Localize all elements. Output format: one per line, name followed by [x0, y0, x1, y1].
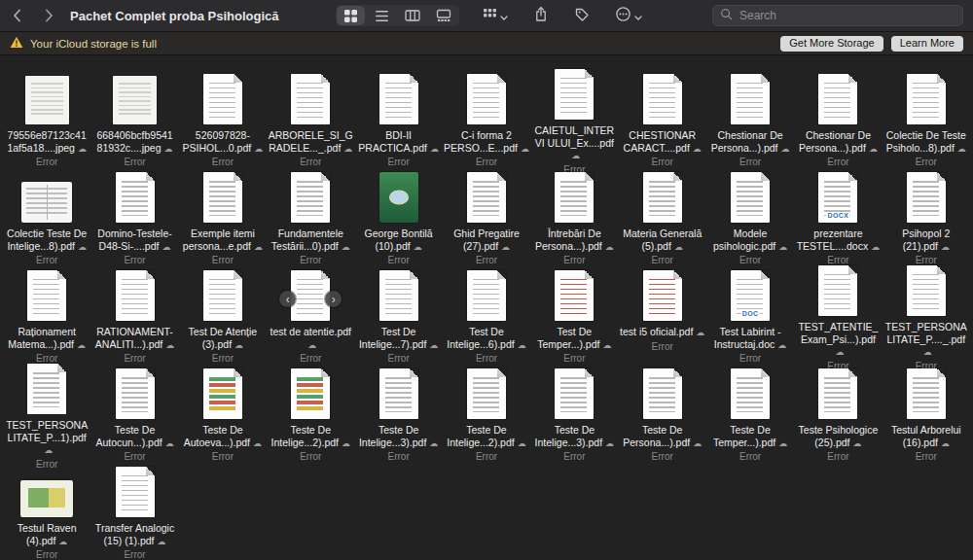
learn-more-button[interactable]: Learn More [891, 36, 963, 52]
document-icon [379, 270, 418, 321]
file-status: Error [476, 157, 497, 167]
file-item[interactable]: Colectie De Teste Psiholo...8).pdf☁Error [883, 69, 970, 167]
file-name: Domino-Testele-D48-Si-....pdf☁ [92, 228, 178, 253]
file-item[interactable]: Ghid Pregatire (27).pdf☁Error [443, 167, 530, 265]
file-thumbnail [203, 265, 242, 321]
file-name: TEST_PERSONALITATE_P...._.pdf☁ [883, 321, 969, 359]
gallery-view-button[interactable] [430, 6, 458, 25]
file-item[interactable]: Exemple itemi persona...e.pdf☁Error [179, 167, 267, 265]
file-item[interactable]: George Bontilă (10).pdf☁Error [354, 167, 442, 265]
share-button[interactable] [531, 5, 551, 26]
file-item[interactable]: Teste De Intelige...2).pdf☁Error [443, 364, 530, 462]
file-name: test de atentie.pdf☁ [268, 326, 353, 351]
file-item[interactable]: Teste Psihologice (25).pdf☁Error [794, 364, 882, 462]
file-item[interactable]: Fundamentele Testării...0).pdf☁Error [267, 167, 354, 265]
file-status: Error [36, 353, 57, 364]
more-actions-button[interactable] [613, 5, 644, 26]
file-status: Error [652, 341, 673, 352]
banner-actions: Get More Storage Learn More [780, 36, 963, 52]
icloud-icon: ☁ [158, 537, 166, 546]
list-view-button[interactable] [368, 6, 396, 25]
file-item[interactable]: BDI-II PRACTICA.pdf☁Error [354, 69, 442, 167]
file-item[interactable]: Chestionar De Persona...).pdf☁Error [794, 69, 882, 167]
file-item[interactable]: 526097828-PSIHOL...0.pdf☁Error [179, 69, 267, 167]
icloud-icon: ☁ [941, 242, 950, 252]
file-item[interactable]: Chestionar De Persona...).pdf☁Error [706, 69, 794, 167]
chevron-down-icon [634, 9, 642, 23]
file-item[interactable]: Teste De Persona...).pdf☁Error [619, 364, 706, 462]
file-name: C-i forma 2 PERSO...E...pdf☁ [444, 129, 529, 155]
file-item[interactable]: DOCTest Labirint - Instructaj.doc☁Error [706, 265, 794, 364]
file-thumbnail [379, 364, 418, 419]
file-item[interactable]: TEST_PERSONALITATE_P...._.pdf☁Error [883, 265, 970, 364]
icloud-icon: ☁ [693, 438, 702, 448]
file-item[interactable]: Modele psihologic.pdf☁Error [706, 167, 794, 265]
search-input[interactable] [738, 8, 955, 23]
group-button[interactable] [481, 5, 510, 26]
file-item[interactable]: Test De Intelige...7).pdf☁Error [354, 265, 442, 364]
file-thumbnail [555, 364, 594, 419]
file-item[interactable]: Teste De Intelige...3).pdf☁Error [354, 364, 442, 462]
file-item[interactable]: Teste De Autoeva...).pdf☁Error [179, 364, 267, 462]
file-item[interactable]: 79556e87123c41 1af5a18....jpeg☁Error [3, 69, 90, 167]
file-status: Error [388, 255, 410, 265]
tag-button[interactable] [572, 5, 592, 26]
file-name: Teste De Intelige...3).pdf☁ [356, 424, 442, 449]
file-status: Error [827, 157, 848, 167]
document-icon [291, 74, 330, 124]
icloud-icon: ☁ [162, 242, 170, 252]
file-name: Teste De Intelige...2).pdf☁ [444, 424, 529, 449]
file-item[interactable]: 668406bcfb9541 81932c....jpeg☁Error [90, 69, 178, 167]
file-item[interactable]: CAIETUL_INTERVI ULUI_Ex....pdf☁Error [530, 69, 618, 167]
file-item[interactable]: CHESTIONAR CARACT....pdf☁Error [619, 69, 706, 167]
column-view-button[interactable] [399, 6, 427, 25]
icloud-icon: ☁ [342, 438, 350, 448]
file-item[interactable]: DOCXprezentare TESTEL....docx☁Error [794, 167, 882, 265]
file-item[interactable]: Psihopol 2 (21).pdf☁Error [883, 167, 970, 265]
file-name: Ghid Pregatire (27).pdf☁ [444, 228, 529, 253]
file-thumbnail [379, 265, 418, 321]
file-item[interactable]: Colectie Teste De Intelige...8).pdf☁Erro… [3, 167, 90, 265]
file-item[interactable]: Materia Generală (5).pdf☁Error [619, 167, 706, 265]
file-item[interactable]: test i5 oficial.pdf☁Error [619, 265, 706, 364]
file-item[interactable]: RATIONAMENT-ANALITI...).pdf☁Error [90, 265, 178, 364]
file-item[interactable]: ‹›test de atentie.pdf☁Error [267, 265, 354, 364]
file-thumbnail [643, 167, 682, 223]
file-item[interactable]: Test De Temper...).pdf☁Error [530, 265, 618, 364]
file-item[interactable]: Teste De Intelige...3).pdf☁Error [530, 364, 618, 462]
file-item[interactable]: ARBORELE_SI_G RADELE..._.pdf☁Error [267, 69, 354, 167]
file-item[interactable]: C-i forma 2 PERSO...E...pdf☁Error [443, 69, 530, 167]
file-item[interactable]: Testul Arborelui (16).pdf☁Error [883, 364, 970, 462]
file-item[interactable]: Test De Intelige...6).pdf☁Error [443, 265, 530, 364]
finder-toolbar: Pachet Complet proba Psihologică [0, 0, 973, 32]
file-name: Teste De Temper...).pdf☁ [707, 424, 793, 449]
file-item[interactable]: Testul Raven (4).pdf☁Error [3, 462, 90, 560]
file-status: Error [124, 157, 145, 167]
file-status: Error [36, 255, 57, 265]
file-item[interactable]: TEST_ATENTIE_Exam_Psi...).pdf☁Error [794, 265, 882, 364]
file-name: Raționament Matema...).pdf☁ [4, 326, 90, 351]
file-item[interactable]: Domino-Testele-D48-Si-....pdf☁Error [90, 167, 178, 265]
get-more-storage-button[interactable]: Get More Storage [780, 36, 883, 52]
icon-view-button[interactable] [337, 6, 365, 25]
file-item[interactable]: TEST_PERSONALITATE_P...1).pdf☁Error [3, 364, 90, 462]
file-name: Fundamentele Testării...0).pdf☁ [268, 228, 353, 253]
file-item[interactable]: Test De Atenție (3).pdf☁Error [179, 265, 267, 364]
preview-next-button[interactable]: › [325, 291, 342, 307]
file-item[interactable]: Teste De Temper...).pdf☁Error [706, 364, 794, 462]
file-name: Test De Atenție (3).pdf☁ [180, 326, 266, 351]
file-item[interactable]: Raționament Matema...).pdf☁Error [3, 265, 90, 364]
icloud-icon: ☁ [518, 340, 526, 350]
file-item[interactable]: Transfer Analogic (15) (1).pdf☁Error [90, 462, 178, 560]
document-icon [116, 172, 155, 223]
document-icon [907, 368, 946, 419]
file-item[interactable]: Teste De Intelige...2).pdf☁Error [267, 364, 354, 462]
file-name: Test Labirint - Instructaj.doc☁ [707, 326, 793, 351]
forward-button[interactable] [41, 8, 56, 23]
file-thumbnail [555, 265, 594, 321]
document-icon [25, 76, 69, 124]
file-item[interactable]: Întrebări De Persona...).pdf☁Error [530, 167, 618, 265]
file-item[interactable]: Teste De Autocun...).pdf☁Error [90, 364, 178, 462]
search-field[interactable] [712, 5, 963, 26]
back-button[interactable] [10, 8, 25, 23]
